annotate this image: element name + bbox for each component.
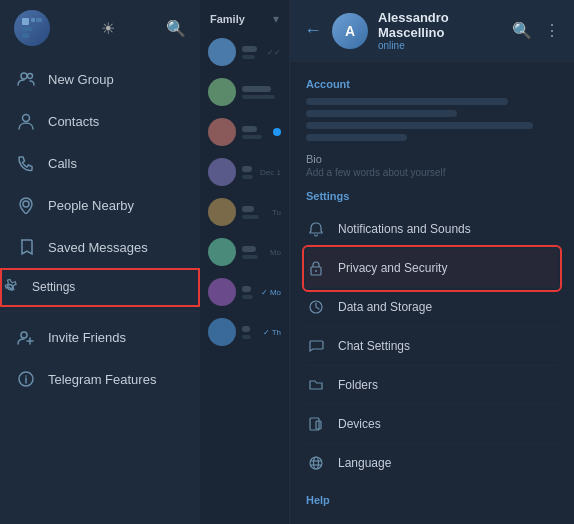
chat-info — [242, 326, 257, 339]
svg-point-5 — [21, 73, 27, 79]
sidebar-item-people-nearby[interactable]: People Nearby — [0, 184, 200, 226]
chat-list: Family ▾ ✓✓ Dec 1 — [200, 0, 290, 524]
more-options-icon[interactable]: ⋮ — [544, 21, 560, 40]
settings-item-data-storage[interactable]: Data and Storage — [306, 288, 558, 327]
bio-label: Bio — [306, 153, 558, 165]
sidebar-item-settings[interactable]: Settings — [0, 268, 200, 307]
settings-item-label-devices: Devices — [338, 417, 381, 431]
chat-info — [242, 46, 261, 59]
chat-info — [242, 166, 254, 179]
sidebar-item-label-telegram-features: Telegram Features — [48, 372, 156, 387]
chat-info — [242, 86, 281, 99]
sidebar-item-new-group[interactable]: New Group — [0, 58, 200, 100]
folders-icon — [306, 375, 326, 395]
invite-friends-icon — [16, 327, 36, 347]
account-info-bar-2 — [306, 110, 457, 117]
chat-name — [242, 286, 251, 292]
profile-initials: A — [345, 23, 355, 39]
chat-preview — [242, 175, 253, 179]
chat-timestamp: Dec 1 — [260, 168, 281, 177]
back-button[interactable]: ← — [304, 20, 322, 41]
profile-name: Alessandro Mascellino — [378, 10, 502, 40]
chat-name — [242, 46, 257, 52]
bio-section: Bio Add a few words about yourself — [306, 153, 558, 178]
data-storage-icon — [306, 297, 326, 317]
avatar — [208, 198, 236, 226]
avatar — [208, 78, 236, 106]
settings-item-label-chat-settings: Chat Settings — [338, 339, 410, 353]
calls-icon — [16, 153, 36, 173]
settings-section-label: Settings — [306, 190, 558, 202]
search-icon[interactable]: 🔍 — [512, 21, 532, 40]
chat-info — [242, 126, 267, 139]
chat-name — [242, 166, 252, 172]
new-group-icon — [16, 69, 36, 89]
settings-item-language[interactable]: Language — [306, 444, 558, 482]
settings-item-notifications[interactable]: Notifications and Sounds — [306, 210, 558, 249]
list-item[interactable]: Tu — [200, 192, 289, 232]
sidebar-item-invite-friends[interactable]: Invite Friends — [0, 316, 200, 358]
settings-item-folders[interactable]: Folders — [306, 366, 558, 405]
header-icons: 🔍 ⋮ — [512, 21, 560, 40]
list-item[interactable] — [200, 72, 289, 112]
settings-item-label-notifications: Notifications and Sounds — [338, 222, 471, 236]
svg-rect-1 — [31, 18, 35, 22]
list-item[interactable]: ✓ Th — [200, 312, 289, 352]
sidebar-item-label-new-group: New Group — [48, 72, 114, 87]
settings-icon — [0, 277, 20, 297]
sidebar-header: ☀ 🔍 — [0, 0, 200, 54]
people-nearby-icon — [16, 195, 36, 215]
svg-rect-2 — [36, 18, 42, 22]
chat-settings-icon — [306, 336, 326, 356]
settings-item-devices[interactable]: Devices — [306, 405, 558, 444]
account-section: Account — [306, 78, 558, 141]
chat-preview — [242, 135, 262, 139]
profile-avatar[interactable]: A — [332, 13, 368, 49]
settings-item-label-language: Language — [338, 456, 391, 470]
chat-name — [242, 206, 254, 212]
avatar — [208, 118, 236, 146]
chat-timestamp: Mo — [270, 248, 281, 257]
sidebar-item-calls[interactable]: Calls — [0, 142, 200, 184]
chat-info — [242, 286, 255, 299]
search-icon[interactable]: 🔍 — [166, 19, 186, 38]
settings-item-label-data-storage: Data and Storage — [338, 300, 432, 314]
chat-timestamp: Tu — [272, 208, 281, 217]
list-item[interactable]: ✓ Mo — [200, 272, 289, 312]
sidebar-item-label-invite-friends: Invite Friends — [48, 330, 126, 345]
svg-point-21 — [314, 457, 319, 469]
settings-item-chat-settings[interactable]: Chat Settings — [306, 327, 558, 366]
account-info-bar-4 — [306, 134, 407, 141]
sidebar-item-label-settings: Settings — [32, 280, 75, 294]
chevron-down-icon[interactable]: ▾ — [273, 12, 279, 26]
settings-item-ask-question[interactable]: Ask a Question — [306, 514, 558, 524]
sidebar-nav: New Group Contacts Calls — [0, 54, 200, 524]
svg-point-16 — [315, 270, 317, 272]
avatar[interactable] — [14, 10, 50, 46]
sidebar-item-telegram-features[interactable]: Telegram Features — [0, 358, 200, 400]
chat-timestamp: ✓ Mo — [261, 288, 281, 297]
devices-icon — [306, 414, 326, 434]
avatar — [208, 238, 236, 266]
list-item[interactable]: Dec 1 — [200, 152, 289, 192]
right-panel: ← A Alessandro Mascellino online 🔍 ⋮ Acc… — [290, 0, 574, 524]
chat-name — [242, 246, 256, 252]
sidebar: ☀ 🔍 New Group Contacts — [0, 0, 200, 524]
sidebar-item-label-saved-messages: Saved Messages — [48, 240, 148, 255]
list-item[interactable] — [200, 112, 289, 152]
account-info-bar-1 — [306, 98, 508, 105]
sidebar-item-label-calls: Calls — [48, 156, 77, 171]
chat-name — [242, 126, 257, 132]
settings-item-privacy[interactable]: Privacy and Security — [306, 249, 558, 288]
avatar-area — [14, 10, 50, 46]
sidebar-item-saved-messages[interactable]: Saved Messages — [0, 226, 200, 268]
chat-name — [242, 326, 250, 332]
brightness-icon[interactable]: ☀ — [101, 19, 115, 38]
list-item[interactable]: Mo — [200, 232, 289, 272]
chat-preview — [242, 95, 275, 99]
list-item[interactable]: ✓✓ — [200, 32, 289, 72]
right-content: Account Bio Add a few words about yourse… — [290, 62, 574, 524]
sidebar-item-label-contacts: Contacts — [48, 114, 99, 129]
profile-info: Alessandro Mascellino online — [378, 10, 502, 51]
sidebar-item-contacts[interactable]: Contacts — [0, 100, 200, 142]
